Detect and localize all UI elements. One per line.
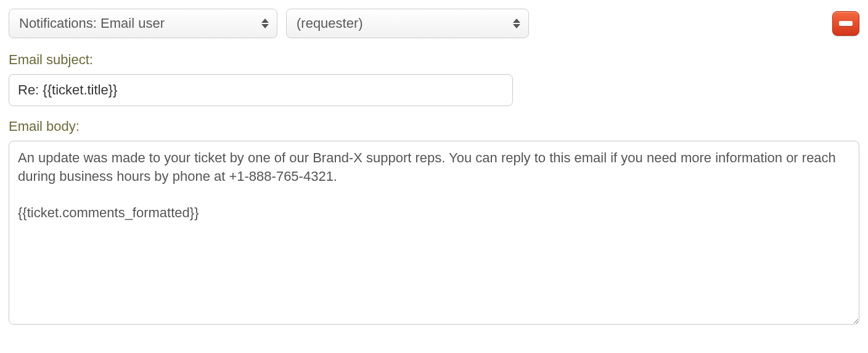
email-subject-input[interactable] xyxy=(9,74,513,106)
action-type-select[interactable]: Notifications: Email user xyxy=(9,9,277,38)
action-type-selected: Notifications: Email user xyxy=(19,15,165,31)
action-row: Notifications: Email user (requester) xyxy=(9,9,859,38)
action-target-select[interactable]: (requester) xyxy=(286,9,529,38)
remove-action-button[interactable] xyxy=(832,11,859,36)
action-target-selected: (requester) xyxy=(297,15,363,31)
email-body-block: Email body: xyxy=(9,118,859,327)
email-subject-label: Email subject: xyxy=(9,52,859,68)
email-body-label: Email body: xyxy=(9,118,859,135)
email-body-textarea[interactable] xyxy=(9,141,859,325)
minus-icon xyxy=(839,21,853,26)
email-subject-block: Email subject: xyxy=(9,52,859,106)
